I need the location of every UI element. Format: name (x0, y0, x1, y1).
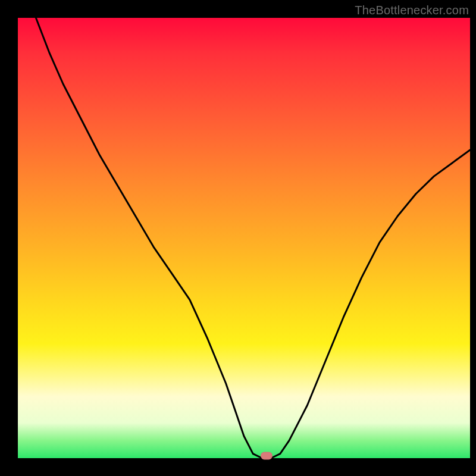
chart-frame: TheBottlenecker.com (0, 0, 476, 476)
bottleneck-curve (18, 18, 470, 458)
watermark-text: TheBottlenecker.com (355, 4, 469, 17)
optimal-point-marker (261, 452, 273, 460)
